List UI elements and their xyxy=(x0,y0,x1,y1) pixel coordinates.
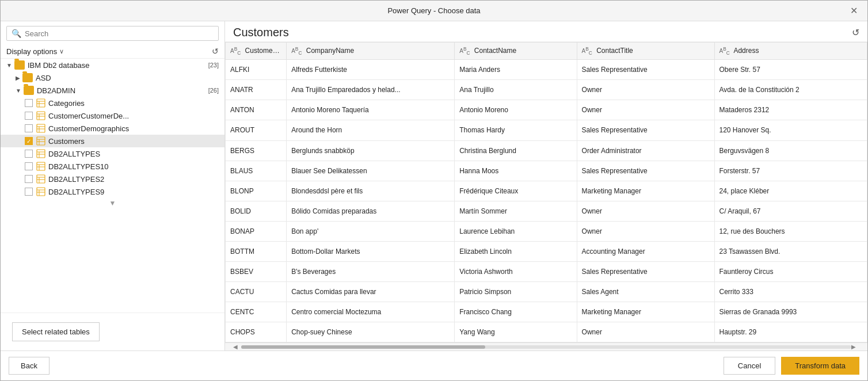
tree-item-label: Customers xyxy=(48,137,85,146)
table-row[interactable]: BLONPBlondesddsl père et filsFrédérique … xyxy=(226,181,867,201)
cancel-button[interactable]: Cancel xyxy=(724,357,775,375)
tree-item-ibm-db2[interactable]: ▼ IBM Db2 database [23] xyxy=(1,59,224,71)
tree-item-db2alltypes9[interactable]: DB2ALLTYPES9 xyxy=(1,185,224,198)
svg-rect-20 xyxy=(37,162,45,170)
right-buttons: Cancel Transform data xyxy=(724,357,859,375)
table-cell: Martín Sommer xyxy=(455,201,577,221)
table-cell: Sales Representative xyxy=(577,60,714,80)
table-cell: BERGS xyxy=(226,140,287,161)
table-cell: Mataderos 2312 xyxy=(714,100,867,120)
left-panel-refresh-button[interactable]: ↺ xyxy=(212,47,219,56)
table-cell: Sales Representative xyxy=(577,161,714,181)
table-row[interactable]: CHOPSChop-suey ChineseYang WangOwnerHaup… xyxy=(226,322,867,342)
table-cell: 12, rue des Bouchers xyxy=(714,221,867,241)
back-button[interactable]: Back xyxy=(9,357,50,375)
table-cell: Blauer See Delikatessen xyxy=(287,161,455,181)
svg-rect-12 xyxy=(37,137,45,145)
table-cell: Sierras de Granada 9993 xyxy=(714,302,867,322)
tree-item-customers[interactable]: Customers xyxy=(1,135,224,147)
display-options-bar: Display options ∨ ↺ xyxy=(1,44,224,59)
chevron-right-icon: ▶ xyxy=(16,75,20,81)
table-row[interactable]: BOTTMBottom-Dollar MarketsElizabeth Linc… xyxy=(226,241,867,261)
folder-icon xyxy=(14,60,25,70)
data-grid-container[interactable]: ABC CustomerID ABC CompanyName ABC Conta… xyxy=(225,42,867,342)
select-related-tables-button[interactable]: Select related tables xyxy=(12,322,100,341)
table-cell: BOLID xyxy=(226,201,287,221)
table-row[interactable]: BLAUSBlauer See DelikatessenHanna MoosSa… xyxy=(226,161,867,181)
tree-item-categories[interactable]: Categories xyxy=(1,97,224,109)
tree-item-checkbox[interactable] xyxy=(25,162,33,170)
table-title: Customers xyxy=(233,26,289,39)
chevron-down-icon: ▼ xyxy=(6,62,12,68)
tree-item-db2alltypes[interactable]: DB2ALLTYPES xyxy=(1,147,224,160)
table-row[interactable]: ALFKIAlfreds FutterkisteMaria AndersSale… xyxy=(226,60,867,80)
table-cell: Owner xyxy=(577,322,714,342)
col-header-customerid[interactable]: ABC CustomerID xyxy=(226,43,287,60)
table-row[interactable]: BERGSBerglunds snabbköpChristina Berglun… xyxy=(226,140,867,161)
tree-item-checkbox[interactable] xyxy=(25,112,33,120)
col-header-contacttitle[interactable]: ABC ContactTitle xyxy=(577,43,714,60)
table-cell: Antonio Moreno Taquería xyxy=(287,100,455,120)
table-cell: B's Beverages xyxy=(287,261,455,281)
tree-item-customercustomerde[interactable]: CustomerCustomerDe... xyxy=(1,109,224,122)
search-input[interactable] xyxy=(25,29,214,38)
search-icon: 🔍 xyxy=(12,29,21,38)
tree-item-db2alltypes2[interactable]: DB2ALLTYPES2 xyxy=(1,173,224,185)
table-cell: BOTTM xyxy=(226,241,287,261)
scroll-right-arrow[interactable]: ▶ xyxy=(851,344,859,350)
table-refresh-button[interactable]: ↺ xyxy=(852,27,859,38)
tree-item-checkbox[interactable] xyxy=(25,188,33,196)
bottom-bar: Back Cancel Transform data xyxy=(1,350,867,380)
table-cell: Centro comercial Moctezuma xyxy=(287,302,455,322)
display-options-toggle[interactable]: Display options ∨ xyxy=(6,47,64,56)
col-header-address[interactable]: ABC Address xyxy=(714,43,867,60)
tree-item-checkbox[interactable] xyxy=(25,150,33,158)
scroll-down-indicator: ▼ xyxy=(1,198,224,208)
table-row[interactable]: ANATRAna Trujillo Emparedados y helad...… xyxy=(226,80,867,100)
tree-item-checkbox[interactable] xyxy=(25,137,33,145)
table-row[interactable]: BOLIDBólido Comidas preparadasMartín Som… xyxy=(226,201,867,221)
col-type-icon: ABC xyxy=(230,46,241,56)
close-button[interactable]: ✕ xyxy=(847,4,861,18)
table-cell: Around the Horn xyxy=(287,120,455,140)
table-cell: Owner xyxy=(577,221,714,241)
table-cell: Berglunds snabbköp xyxy=(287,140,455,161)
table-icon xyxy=(36,174,45,184)
tree-item-asd[interactable]: ▶ ASD xyxy=(1,71,224,84)
table-cell: Laurence Lebihan xyxy=(455,221,577,241)
table-row[interactable]: BSBEVB's BeveragesVictoria AshworthSales… xyxy=(226,261,867,281)
col-label: ContactName xyxy=(474,47,516,55)
grid-body: ALFKIAlfreds FutterkisteMaria AndersSale… xyxy=(226,60,867,342)
col-header-contactname[interactable]: ABC ContactName xyxy=(455,43,577,60)
tree-item-checkbox[interactable] xyxy=(25,99,33,107)
table-cell: Marketing Manager xyxy=(577,302,714,322)
tree-item-customerdemographics[interactable]: CustomerDemographics xyxy=(1,122,224,135)
tree-item-checkbox[interactable] xyxy=(25,175,33,183)
right-panel: Customers ↺ ABC CustomerID ABC xyxy=(225,21,867,350)
tree-scroll-container[interactable]: ▼ IBM Db2 database [23] ▶ ASD ▼ DB2ADMIN xyxy=(1,59,224,313)
tree-item-label: CustomerDemographics xyxy=(48,124,129,133)
tree-item-db2admin[interactable]: ▼ DB2ADMIN [26] xyxy=(1,84,224,97)
table-cell: Blondesddsl père et fils xyxy=(287,181,455,201)
table-cell: Bon app' xyxy=(287,221,455,241)
table-row[interactable]: CENTCCentro comercial MoctezumaFrancisco… xyxy=(226,302,867,322)
col-header-companyname[interactable]: ABC CompanyName xyxy=(287,43,455,60)
table-row[interactable]: BONAPBon app'Laurence LebihanOwner12, ru… xyxy=(226,221,867,241)
horizontal-scrollbar[interactable]: ◀ ▶ xyxy=(225,342,867,350)
table-cell: Francisco Chang xyxy=(455,302,577,322)
table-cell: Avda. de la Constitución 2 xyxy=(714,80,867,100)
transform-data-button[interactable]: Transform data xyxy=(781,357,859,375)
scroll-left-arrow[interactable]: ◀ xyxy=(233,344,241,350)
col-type-icon: ABC xyxy=(582,46,592,56)
col-type-icon: ABC xyxy=(291,46,302,56)
tree-item-checkbox[interactable] xyxy=(25,124,33,132)
h-scrollbar-thumb[interactable] xyxy=(241,345,485,349)
table-cell: Owner xyxy=(577,80,714,100)
table-cell: Elizabeth Lincoln xyxy=(455,241,577,261)
table-row[interactable]: ANTONAntonio Moreno TaqueríaAntonio More… xyxy=(226,100,867,120)
table-row[interactable]: AROUTAround the HornThomas HardySales Re… xyxy=(226,120,867,140)
tree-item-db2alltypes10[interactable]: DB2ALLTYPES10 xyxy=(1,160,224,173)
table-cell: Bottom-Dollar Markets xyxy=(287,241,455,261)
table-cell: Order Administrator xyxy=(577,140,714,161)
table-row[interactable]: CACTUCactus Comidas para llevarPatricio … xyxy=(226,281,867,302)
